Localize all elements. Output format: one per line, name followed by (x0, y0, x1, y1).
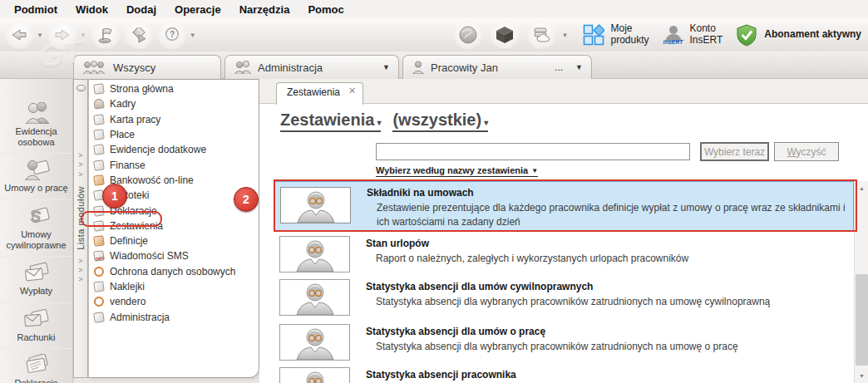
envelopes-icon (22, 262, 51, 283)
back-dropdown-caret[interactable]: ▼ (37, 32, 43, 39)
filter-by-name-link[interactable]: Wybierz według nazwy zestawienia ▼ (376, 165, 538, 177)
sidebar-item-umowy-o-prace[interactable]: Umowy o pracę (0, 153, 72, 199)
cloud-archive-button[interactable] (527, 21, 555, 49)
module-item-deklaracje[interactable]: Deklaracje (89, 203, 259, 218)
tab-administracja[interactable]: Administracja ▼ (224, 55, 399, 79)
module-item-kadry[interactable]: Kadry (89, 96, 259, 111)
cloud-archive-icon (531, 27, 551, 43)
chevron-down-icon: ▾ (484, 118, 488, 127)
module-item-bankowosc-online[interactable]: Bankowość on-line (89, 173, 259, 188)
report-row-statystyka-umowy-o-prace[interactable]: Statystyka absencji dla umów o pracę Sta… (274, 321, 854, 362)
choose-now-button[interactable]: Wybierz teraz (700, 142, 769, 161)
report-row-statystyka-cywilnoprawne[interactable]: Statystyka absencji dla umów cywilnopraw… (274, 276, 854, 319)
module-item-definicje[interactable]: Definicje (89, 233, 259, 248)
menu-dodaj[interactable]: Dodaj (119, 2, 164, 17)
my-products-icon (583, 24, 604, 46)
module-item-ochrona-danych[interactable]: Ochrona danych osobowych (89, 264, 259, 279)
module-item-kartoteki[interactable]: Kartoteki (89, 188, 259, 203)
svg-text:?: ? (170, 30, 175, 39)
scroll-up-icon[interactable]: ▲ (855, 181, 868, 195)
title-zestawienia-dropdown[interactable]: Zestawienia ▾ (280, 110, 381, 132)
help-dropdown-caret[interactable]: ▼ (190, 32, 196, 39)
sidebar-label: Ewidencja osobowa (2, 126, 71, 147)
tab-administracja-caret[interactable]: ▼ (382, 63, 390, 71)
scroll-down-icon[interactable]: ▼ (855, 369, 868, 383)
vertical-scrollbar[interactable]: ▲ ▼ (854, 181, 868, 383)
module-item-wiadomosci-sms[interactable]: Wiadomości SMS (89, 248, 259, 263)
contract-icon: S (22, 205, 51, 227)
flag-icon (97, 27, 114, 43)
definitions-icon (93, 235, 105, 247)
scrollbar-thumb[interactable] (856, 274, 868, 366)
extra-records-icon (93, 145, 105, 156)
tab-ellipsis[interactable]: ... (555, 61, 563, 73)
module-item-ewidencje-dodatkowe[interactable]: Ewidencje dodatkowe (89, 142, 259, 157)
report-avatar-icon (279, 367, 350, 383)
cube-icon (496, 26, 514, 44)
content-tab-zestawienia[interactable]: Zestawienia ✕ (276, 82, 363, 105)
module-item-karta-pracy[interactable]: Karta pracy (89, 112, 259, 127)
forward-button[interactable] (48, 21, 76, 49)
back-button[interactable] (5, 21, 33, 49)
module-item-zestawienia[interactable]: Zestawienia (89, 219, 259, 233)
globe-button[interactable] (454, 21, 482, 49)
insert-account-button[interactable]: InsERT Konto InsERT (663, 23, 723, 47)
module-item-place[interactable]: Płace (89, 127, 259, 142)
tab-pracowity-jan-label: Pracowity Jan (431, 61, 498, 74)
forward-dropdown-caret[interactable]: ▼ (80, 32, 86, 39)
report-description: Zestawienie prezentujące dla każdego pra… (377, 201, 851, 229)
flag-button[interactable] (91, 21, 120, 49)
close-tab-icon[interactable]: ✕ (348, 86, 356, 95)
people-pair-icon (234, 61, 252, 74)
clear-button[interactable]: Wyczyść (774, 142, 839, 161)
cube-button[interactable] (491, 21, 519, 49)
cloud-dropdown-caret[interactable]: ▼ (562, 32, 569, 39)
people-icon (22, 102, 51, 124)
sidebar-item-ewidencja-osobowa[interactable]: Ewidencja osobowa (0, 97, 72, 153)
report-row-statystyka-pracownika[interactable]: Statystyka absencji pracownika Statystyk… (274, 364, 854, 383)
sidebar-item-deklaracje-skarbowe[interactable]: Deklaracje skarbowe (0, 348, 72, 383)
person-icon (412, 61, 425, 74)
subscription-status[interactable]: Abonament aktywny (736, 24, 861, 47)
envelope-document-icon (22, 308, 51, 330)
help-button[interactable]: ? (158, 21, 186, 49)
module-item-administracja[interactable]: Administracja (89, 309, 259, 324)
tab-wszyscy[interactable]: Wszyscy (73, 55, 221, 79)
search-input[interactable] (376, 143, 690, 160)
chevron-right-icon: >>> (78, 257, 82, 285)
sidebar-label: Umowy cywilnoprawne (2, 229, 71, 250)
sidebar-item-rachunki[interactable]: Rachunki (0, 302, 72, 349)
menu-operacje[interactable]: Operacje (167, 2, 229, 17)
content-body: Zestawienia ▾ (wszystkie) ▾ Wybierz tera… (259, 104, 868, 383)
menu-podmiot[interactable]: Podmiot (7, 2, 65, 17)
report-avatar-icon (279, 324, 350, 361)
report-description: Statystyka absencji dla wybranych pracow… (376, 295, 850, 309)
report-description: Raport o należnych, zaległych i wykorzys… (376, 252, 850, 266)
sidebar-label: Rachunki (17, 332, 56, 343)
my-products-button[interactable]: Moje produkty (583, 23, 649, 47)
menu-bar: Podmiot Widok Dodaj Operacje Narzędzia P… (0, 0, 868, 18)
module-list-strip[interactable]: >>> Lista modułów >>> (73, 79, 88, 378)
payroll-icon (93, 129, 105, 140)
menu-narzedzia[interactable]: Narzędzia (232, 2, 298, 17)
tab-pracowity-caret[interactable]: ▼ (575, 63, 583, 71)
menu-widok[interactable]: Widok (68, 2, 116, 17)
title-filter-dropdown[interactable]: (wszystkie) ▾ (392, 110, 488, 132)
sidebar-label: Umowy o pracę (4, 183, 67, 194)
module-item-strona-glowna[interactable]: Strona główna (89, 81, 259, 96)
reports-icon (93, 220, 105, 232)
module-item-finanse[interactable]: Finanse (89, 157, 259, 172)
module-item-naklejki[interactable]: Naklejki (89, 279, 259, 294)
menu-pomoc[interactable]: Pomoc (300, 2, 351, 17)
report-row-stan-urlopow[interactable]: Stan urlopów Raport o należnych, zaległy… (274, 233, 854, 274)
online-banking-icon (93, 174, 105, 186)
pin-icon[interactable] (76, 85, 86, 91)
operations-button[interactable] (125, 21, 153, 49)
report-row-skladniki-na-umowach[interactable]: Składniki na umowach Zestawienie prezent… (274, 181, 854, 231)
documents-icon (22, 354, 51, 376)
module-item-vendero[interactable]: vendero (89, 294, 259, 309)
sidebar-item-umowy-cywilnoprawne[interactable]: S Umowy cywilnoprawne (0, 199, 72, 256)
sidebar-item-wyplaty[interactable]: Wypłaty (0, 256, 72, 302)
back-icon (11, 28, 27, 42)
tab-pracowity-jan[interactable]: Pracowity Jan ... ▼ (402, 55, 592, 79)
